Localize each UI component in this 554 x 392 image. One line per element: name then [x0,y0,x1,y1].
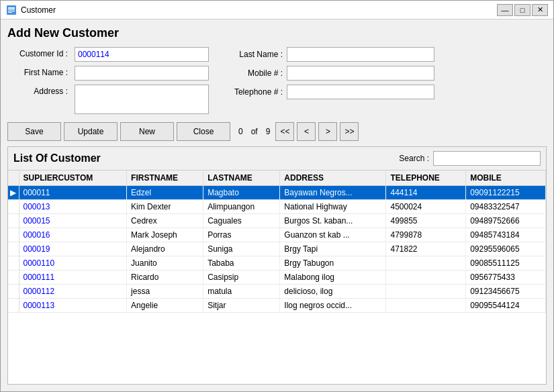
telephone-input[interactable] [287,85,434,99]
window-title: Customer [21,5,56,15]
row-indicator [8,200,19,214]
firstname-cell: jessa [127,285,203,299]
address-cell: Malabong ilog [280,271,386,285]
customer-id-cell: 0000113 [19,299,127,313]
row-indicator: ▶ [8,186,19,200]
address-label: Address : [7,85,68,96]
telephone-cell: 4799878 [386,228,466,242]
address-cell: National Highway [280,200,386,214]
customer-id-cell: 000013 [19,200,127,214]
table-row[interactable]: 000015CedrexCagualesBurgos St. kaban...4… [8,214,546,228]
nav-first-button[interactable]: << [275,122,294,141]
mobile-cell: 09095544124 [466,299,546,313]
search-input[interactable] [433,151,541,166]
table-row[interactable]: 000013Kim DexterAlimpuangonNational High… [8,200,546,214]
telephone-cell [386,285,466,299]
customer-id-row: Customer Id : [7,47,209,62]
mobile-input[interactable] [287,66,434,81]
row-indicator [8,242,19,256]
table-row[interactable]: 000016Mark JosephPorrasGuanzon st kab ..… [8,228,546,242]
firstname-cell: Ricardo [127,271,203,285]
title-bar: Customer — □ ✕ [1,1,553,19]
col-header-telephone: TELEPHONE [386,170,466,186]
col-header-id: SUPLIERCUSTOM [19,170,127,186]
customer-id-cell: 000019 [19,242,127,256]
update-button[interactable]: Update [64,122,118,141]
mobile-cell: 09123456675 [466,285,546,299]
telephone-cell: 444114 [386,186,466,200]
content-area: Add New Customer Customer Id : First Nam… [1,19,553,391]
row-indicator [8,214,19,228]
customer-id-cell: 000016 [19,228,127,242]
address-input[interactable] [75,85,209,114]
svg-rect-1 [8,7,15,9]
list-title: List Of Customer [13,152,101,164]
customer-id-input[interactable] [75,47,209,62]
app-icon [6,5,17,15]
of-label: of [248,127,261,136]
table-row[interactable]: 0000111RicardoCasipsipMalabong ilog09567… [8,271,546,285]
table-row[interactable]: ▶000011EdzelMagbatoBayawan Negros...4441… [8,186,546,200]
table-row[interactable]: 000019AlejandroSunigaBrgy Tapi4718220929… [8,242,546,256]
row-indicator [8,299,19,313]
nav-prev-button[interactable]: < [297,122,316,141]
main-window: Customer — □ ✕ Add New Customer Customer… [0,0,554,392]
col-header-address: ADDRESS [280,170,386,186]
first-name-row: First Name : [7,66,209,81]
customer-id-cell: 000015 [19,214,127,228]
first-name-label: First Name : [7,66,68,77]
toolbar: Save Update New Close 0 of 9 << < > >> [7,122,547,141]
address-cell: Ilog negros occid... [280,299,386,313]
left-column: Customer Id : First Name : Address : [7,47,209,114]
telephone-label: Telephone # : [222,87,283,97]
mobile-cell: 09085511125 [466,256,546,271]
close-window-button[interactable]: ✕ [532,4,548,16]
mobile-cell: 09091122215 [466,186,546,200]
firstname-cell: Angelie [127,299,203,313]
table-container: SUPLIERCUSTOM FIRSTNAME LASTNAME ADDRESS… [8,170,546,384]
lastname-cell: matula [203,285,280,299]
row-indicator [8,271,19,285]
svg-rect-4 [8,12,12,13]
address-cell: Guanzon st kab ... [280,228,386,242]
customer-id-cell: 0000112 [19,285,127,299]
last-name-input[interactable] [287,47,434,62]
customer-id-cell: 000011 [19,186,127,200]
form-title: Add New Customer [7,26,547,40]
nav-next-button[interactable]: > [318,122,337,141]
lastname-cell: Caguales [203,214,280,228]
svg-rect-3 [8,11,15,11]
address-cell: Brgy Tapi [280,242,386,256]
mobile-cell: 09489752666 [466,214,546,228]
table-row[interactable]: 0000110JuanitoTababaBrgy Tabugon09085511… [8,256,546,271]
last-name-label: Last Name : [222,50,283,59]
address-row: Address : [7,85,209,114]
right-column: Last Name : Mobile # : Telephone # : [222,47,434,114]
save-button[interactable]: Save [7,122,61,141]
form-section: Add New Customer Customer Id : First Nam… [7,26,547,114]
form-columns: Customer Id : First Name : Address : [7,47,547,114]
maximize-button[interactable]: □ [514,4,530,16]
col-header-mobile: MOBILE [466,170,546,186]
table-row[interactable]: 0000112jessamatuladelicioso, ilog0912345… [8,285,546,299]
first-name-input[interactable] [75,66,209,81]
close-button[interactable]: Close [177,122,230,141]
firstname-cell: Edzel [127,186,203,200]
col-header-lastname: LASTNAME [203,170,280,186]
nav-last-button[interactable]: >> [340,122,359,141]
mobile-label: Mobile # : [222,68,283,78]
customer-id-cell: 0000111 [19,271,127,285]
firstname-cell: Alejandro [127,242,203,256]
table-header-row: SUPLIERCUSTOM FIRSTNAME LASTNAME ADDRESS… [8,170,546,186]
address-cell: Brgy Tabugon [280,256,386,271]
customer-id-cell: 0000110 [19,256,127,271]
mobile-cell: 09295596065 [466,242,546,256]
telephone-cell [386,271,466,285]
table-row[interactable]: 0000113AngelieSitjarIlog negros occid...… [8,299,546,313]
mobile-cell: 09485743184 [466,228,546,242]
new-button[interactable]: New [120,122,174,141]
lastname-cell: Alimpuangon [203,200,280,214]
minimize-button[interactable]: — [497,4,513,16]
lastname-cell: Porras [203,228,280,242]
address-cell: Burgos St. kaban... [280,214,386,228]
